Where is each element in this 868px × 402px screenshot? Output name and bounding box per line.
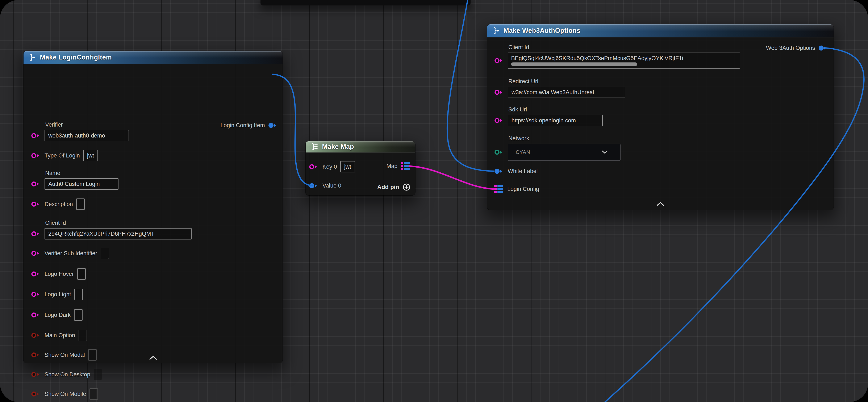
string-input-pin-icon[interactable] [31, 250, 41, 257]
bool-input-pin-icon[interactable] [31, 391, 41, 397]
verifier-input[interactable]: web3auth-auth0-demo [44, 130, 129, 141]
wire-top-to-whitelabel [447, 0, 494, 171]
string-input-pin-icon[interactable] [31, 312, 41, 318]
pin-label: Show On Desktop [44, 371, 90, 378]
logo-hover-input[interactable] [77, 268, 86, 280]
pin-label: Logo Light [44, 291, 71, 298]
offscreen-node-edge [260, 0, 470, 5]
string-input-pin-icon[interactable] [31, 271, 41, 277]
pin-label: Value 0 [322, 182, 341, 189]
pin-row-key-0: Key 0 jwt [309, 161, 355, 172]
string-input-pin-icon[interactable] [494, 117, 504, 124]
show-on-mobile-checkbox[interactable] [90, 388, 98, 400]
pin-row-logo-dark: Logo Dark [31, 309, 83, 321]
client-id-input[interactable]: BEglQSgt4cUWcj6SKRdu5QkOXTsePmMcusG5EAoy… [508, 53, 740, 68]
output-pin-label: Map [386, 163, 398, 169]
string-input-pin-icon[interactable] [31, 231, 41, 237]
pin-label: Type Of Login [44, 152, 80, 159]
map-input-pin-icon[interactable] [494, 185, 504, 193]
node-make-web3authoptions[interactable]: Make Web3AuthOptions Web 3Auth Options C… [487, 24, 834, 210]
map-output-pin-icon[interactable] [401, 162, 410, 170]
sdk-url-input[interactable]: https://sdk.openlogin.com [508, 115, 603, 126]
pin-label: Show On Modal [44, 352, 85, 358]
struct-input-pin-icon[interactable] [309, 182, 319, 189]
output-row-web3auth-options: Web 3Auth Options [766, 45, 829, 51]
output-row-login-config-item: Login Config Item [220, 122, 278, 129]
node-title: Make Web3AuthOptions [503, 27, 581, 34]
output-pin-label: Login Config Item [220, 122, 265, 129]
string-input-pin-icon[interactable] [31, 181, 41, 187]
string-input-pin-icon[interactable] [309, 164, 319, 170]
node-title: Make LoginConfigItem [40, 54, 112, 61]
horizontal-scrollbar[interactable] [511, 62, 637, 66]
pin-label: Show On Mobile [44, 391, 86, 397]
blueprint-graph-canvas[interactable]: Make LoginConfigItem Login Config Item V… [0, 0, 868, 402]
collapse-node-chevron-icon[interactable] [149, 355, 157, 360]
node-header[interactable]: Make Map [306, 141, 415, 153]
bool-input-pin-icon[interactable] [31, 352, 41, 358]
pin-label: Main Option [44, 332, 75, 339]
string-input-pin-icon[interactable] [31, 201, 41, 207]
bool-input-pin-icon[interactable] [31, 332, 41, 339]
node-make-map[interactable]: Make Map Key 0 jwt Value 0 Map Add pin [306, 141, 415, 195]
pin-label: Login Config [507, 186, 539, 192]
pin-row-show-on-modal: Show On Modal [31, 349, 97, 361]
pin-row-show-on-desktop: Show On Desktop [31, 369, 102, 380]
add-pin-plus-icon[interactable] [402, 183, 410, 191]
add-pin-button[interactable]: Add pin [377, 183, 410, 191]
pin-label: Verifier Sub Identifier [44, 250, 97, 257]
wire-map-to-loginconfig [410, 166, 494, 189]
main-option-checkbox[interactable] [79, 330, 87, 341]
enum-input-pin-icon[interactable] [494, 149, 504, 155]
verifier-sub-identifier-input[interactable] [101, 248, 109, 259]
string-input-pin-icon[interactable] [31, 133, 41, 139]
client-id-text: BEglQSgt4cUWcj6SKRdu5QkOXTsePmMcusG5EAoy… [511, 55, 737, 62]
struct-input-pin-icon[interactable] [494, 168, 504, 174]
string-input-pin-icon[interactable] [494, 89, 504, 95]
pin-label: Client Id [45, 220, 66, 226]
pin-row-main-option: Main Option [31, 330, 87, 341]
string-input-pin-icon[interactable] [31, 152, 41, 159]
pin-row-sdk-url: Sdk Url https://sdk.openlogin.com [494, 115, 603, 126]
type-of-login-input[interactable]: jwt [83, 150, 98, 161]
show-on-desktop-checkbox[interactable] [94, 369, 102, 380]
pin-label: Logo Dark [44, 312, 71, 318]
description-input[interactable] [76, 199, 85, 210]
logo-dark-input[interactable] [74, 309, 83, 321]
node-header[interactable]: Make LoginConfigItem [24, 51, 283, 64]
client-id-input[interactable]: 294QRkchfq2YaXUbPri7D6PH7xzHgQMT [44, 228, 192, 239]
struct-output-pin-icon[interactable] [818, 45, 829, 51]
struct-output-pin-icon[interactable] [268, 122, 278, 128]
pin-row-type-of-login: Type Of Login jwt [31, 150, 98, 161]
pin-label: Description [44, 201, 73, 207]
name-input[interactable]: Auth0 Custom Login [44, 178, 119, 190]
pin-row-value-0: Value 0 [309, 182, 341, 189]
make-struct-icon [492, 27, 500, 34]
node-header[interactable]: Make Web3AuthOptions [487, 24, 834, 37]
pin-label: Key 0 [322, 164, 337, 170]
pin-row-show-on-mobile: Show On Mobile [31, 388, 98, 400]
add-pin-label: Add pin [377, 184, 399, 191]
logo-light-input[interactable] [74, 289, 83, 300]
node-make-loginconfigitem[interactable]: Make LoginConfigItem Login Config Item V… [24, 51, 283, 363]
string-input-pin-icon[interactable] [494, 57, 504, 64]
pin-label: Network [508, 135, 529, 142]
collapse-node-chevron-icon[interactable] [656, 202, 665, 206]
pin-label: Logo Hover [44, 271, 74, 277]
pin-row-verifier-sub-identifier: Verifier Sub Identifier [31, 248, 109, 259]
pin-row-name: Name Auth0 Custom Login [31, 178, 119, 190]
pin-label: Verifier [45, 121, 63, 128]
redirect-url-input[interactable]: w3a://com.w3a.Web3AuthUnreal [508, 87, 625, 98]
pin-label: Client Id [508, 44, 529, 51]
bool-input-pin-icon[interactable] [31, 371, 41, 378]
string-input-pin-icon[interactable] [31, 291, 41, 297]
make-map-icon [311, 143, 318, 150]
key-0-input[interactable]: jwt [340, 161, 355, 172]
show-on-modal-checkbox[interactable] [88, 349, 97, 361]
pin-label: White Label [508, 168, 538, 174]
pin-row-network: Network CYAN [494, 144, 621, 161]
network-dropdown[interactable]: CYAN [508, 144, 621, 161]
output-row-map: Map [386, 162, 410, 170]
pin-row-white-label: White Label [494, 168, 538, 174]
pin-row-login-config: Login Config [494, 185, 539, 193]
